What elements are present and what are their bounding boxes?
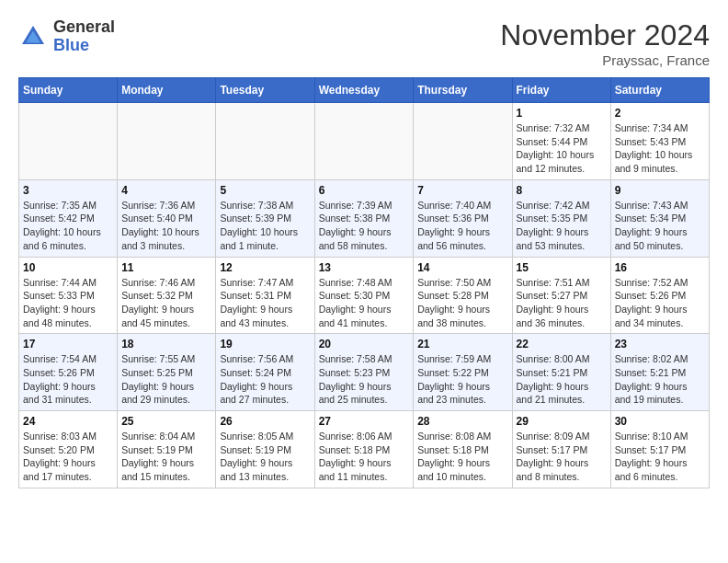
day-detail: Sunrise: 8:02 AM Sunset: 5:21 PM Dayligh… bbox=[615, 352, 705, 407]
day-detail: Sunrise: 7:55 AM Sunset: 5:25 PM Dayligh… bbox=[121, 352, 211, 407]
calendar-cell: 16Sunrise: 7:52 AM Sunset: 5:26 PM Dayli… bbox=[610, 257, 709, 334]
day-detail: Sunrise: 7:38 AM Sunset: 5:39 PM Dayligh… bbox=[220, 199, 310, 253]
day-number: 26 bbox=[220, 415, 310, 428]
day-detail: Sunrise: 8:09 AM Sunset: 5:17 PM Dayligh… bbox=[517, 430, 607, 484]
day-detail: Sunrise: 7:34 AM Sunset: 5:43 PM Dayligh… bbox=[615, 121, 705, 176]
day-number: 29 bbox=[517, 415, 607, 428]
day-number: 27 bbox=[319, 415, 410, 428]
day-detail: Sunrise: 8:06 AM Sunset: 5:18 PM Dayligh… bbox=[319, 430, 410, 484]
calendar-row: 17Sunrise: 7:54 AM Sunset: 5:26 PM Dayli… bbox=[19, 334, 710, 411]
day-number: 17 bbox=[23, 338, 113, 350]
day-detail: Sunrise: 7:36 AM Sunset: 5:40 PM Dayligh… bbox=[121, 199, 211, 253]
day-number: 1 bbox=[517, 107, 607, 120]
day-number: 22 bbox=[517, 338, 607, 350]
calendar-row: 3Sunrise: 7:35 AM Sunset: 5:42 PM Daylig… bbox=[19, 179, 710, 257]
day-number: 21 bbox=[417, 338, 507, 350]
day-number: 23 bbox=[615, 338, 705, 350]
day-detail: Sunrise: 8:05 AM Sunset: 5:19 PM Dayligh… bbox=[220, 430, 310, 484]
calendar-cell: 18Sunrise: 7:55 AM Sunset: 5:25 PM Dayli… bbox=[118, 334, 216, 411]
day-detail: Sunrise: 8:04 AM Sunset: 5:19 PM Dayligh… bbox=[121, 430, 211, 484]
day-number: 19 bbox=[220, 338, 310, 350]
day-detail: Sunrise: 7:47 AM Sunset: 5:31 PM Dayligh… bbox=[220, 276, 310, 330]
day-detail: Sunrise: 7:48 AM Sunset: 5:30 PM Dayligh… bbox=[319, 276, 410, 330]
calendar-cell bbox=[19, 103, 118, 180]
calendar-row: 1Sunrise: 7:32 AM Sunset: 5:44 PM Daylig… bbox=[19, 103, 710, 180]
calendar-cell: 13Sunrise: 7:48 AM Sunset: 5:30 PM Dayli… bbox=[314, 257, 414, 334]
day-header: Friday bbox=[512, 78, 610, 103]
calendar-cell: 10Sunrise: 7:44 AM Sunset: 5:33 PM Dayli… bbox=[19, 257, 118, 334]
day-number: 11 bbox=[121, 261, 211, 274]
calendar-cell: 6Sunrise: 7:39 AM Sunset: 5:38 PM Daylig… bbox=[314, 179, 414, 257]
calendar-cell: 26Sunrise: 8:05 AM Sunset: 5:19 PM Dayli… bbox=[216, 411, 314, 488]
calendar-cell: 1Sunrise: 7:32 AM Sunset: 5:44 PM Daylig… bbox=[512, 103, 610, 180]
day-number: 4 bbox=[121, 184, 211, 197]
day-detail: Sunrise: 7:54 AM Sunset: 5:26 PM Dayligh… bbox=[23, 352, 113, 407]
calendar-cell: 14Sunrise: 7:50 AM Sunset: 5:28 PM Dayli… bbox=[414, 257, 512, 334]
calendar-cell: 17Sunrise: 7:54 AM Sunset: 5:26 PM Dayli… bbox=[19, 334, 118, 411]
day-detail: Sunrise: 7:43 AM Sunset: 5:34 PM Dayligh… bbox=[615, 199, 705, 253]
day-number: 3 bbox=[23, 184, 113, 197]
calendar-cell: 12Sunrise: 7:47 AM Sunset: 5:31 PM Dayli… bbox=[216, 257, 314, 334]
calendar-cell: 24Sunrise: 8:03 AM Sunset: 5:20 PM Dayli… bbox=[19, 411, 118, 488]
day-number: 8 bbox=[517, 184, 607, 197]
day-number: 25 bbox=[121, 415, 211, 428]
calendar-header-row: SundayMondayTuesdayWednesdayThursdayFrid… bbox=[19, 78, 710, 103]
calendar-cell: 7Sunrise: 7:40 AM Sunset: 5:36 PM Daylig… bbox=[414, 179, 512, 257]
day-header: Tuesday bbox=[216, 78, 314, 103]
logo-general: General bbox=[53, 18, 115, 37]
calendar-cell: 8Sunrise: 7:42 AM Sunset: 5:35 PM Daylig… bbox=[512, 179, 610, 257]
day-header: Monday bbox=[118, 78, 216, 103]
month-title: November 2024 bbox=[500, 18, 710, 52]
calendar-cell: 30Sunrise: 8:10 AM Sunset: 5:17 PM Dayli… bbox=[610, 411, 709, 488]
calendar-cell: 23Sunrise: 8:02 AM Sunset: 5:21 PM Dayli… bbox=[610, 334, 709, 411]
calendar-cell: 25Sunrise: 8:04 AM Sunset: 5:19 PM Dayli… bbox=[118, 411, 216, 488]
calendar-cell bbox=[414, 103, 512, 180]
calendar-cell bbox=[216, 103, 314, 180]
calendar-cell: 28Sunrise: 8:08 AM Sunset: 5:18 PM Dayli… bbox=[414, 411, 512, 488]
calendar-cell: 2Sunrise: 7:34 AM Sunset: 5:43 PM Daylig… bbox=[610, 103, 709, 180]
day-number: 18 bbox=[121, 338, 211, 350]
title-area: November 2024 Prayssac, France bbox=[500, 18, 710, 68]
day-detail: Sunrise: 7:50 AM Sunset: 5:28 PM Dayligh… bbox=[417, 276, 507, 330]
logo-blue: Blue bbox=[53, 37, 115, 55]
day-detail: Sunrise: 7:52 AM Sunset: 5:26 PM Dayligh… bbox=[615, 276, 705, 330]
day-detail: Sunrise: 7:59 AM Sunset: 5:22 PM Dayligh… bbox=[417, 352, 507, 407]
day-number: 7 bbox=[417, 184, 507, 197]
day-number: 5 bbox=[220, 184, 310, 197]
day-header: Saturday bbox=[610, 78, 709, 103]
day-detail: Sunrise: 7:46 AM Sunset: 5:32 PM Dayligh… bbox=[121, 276, 211, 330]
calendar-cell: 27Sunrise: 8:06 AM Sunset: 5:18 PM Dayli… bbox=[314, 411, 414, 488]
day-number: 15 bbox=[517, 261, 607, 274]
day-detail: Sunrise: 7:58 AM Sunset: 5:23 PM Dayligh… bbox=[319, 352, 410, 407]
day-number: 12 bbox=[220, 261, 310, 274]
day-number: 6 bbox=[319, 184, 410, 197]
calendar-cell bbox=[314, 103, 414, 180]
calendar-cell: 19Sunrise: 7:56 AM Sunset: 5:24 PM Dayli… bbox=[216, 334, 314, 411]
day-header: Sunday bbox=[19, 78, 118, 103]
day-detail: Sunrise: 7:35 AM Sunset: 5:42 PM Dayligh… bbox=[23, 199, 113, 253]
calendar-cell: 11Sunrise: 7:46 AM Sunset: 5:32 PM Dayli… bbox=[118, 257, 216, 334]
calendar-cell: 21Sunrise: 7:59 AM Sunset: 5:22 PM Dayli… bbox=[414, 334, 512, 411]
calendar-cell: 20Sunrise: 7:58 AM Sunset: 5:23 PM Dayli… bbox=[314, 334, 414, 411]
location: Prayssac, France bbox=[500, 52, 710, 68]
day-detail: Sunrise: 7:42 AM Sunset: 5:35 PM Dayligh… bbox=[517, 199, 607, 253]
day-number: 16 bbox=[615, 261, 705, 274]
day-detail: Sunrise: 7:51 AM Sunset: 5:27 PM Dayligh… bbox=[517, 276, 607, 330]
logo-icon bbox=[18, 22, 48, 52]
logo: General Blue bbox=[18, 18, 115, 55]
day-detail: Sunrise: 7:40 AM Sunset: 5:36 PM Dayligh… bbox=[417, 199, 507, 253]
day-number: 30 bbox=[615, 415, 705, 428]
day-detail: Sunrise: 8:10 AM Sunset: 5:17 PM Dayligh… bbox=[615, 430, 705, 484]
day-number: 20 bbox=[319, 338, 410, 350]
day-number: 13 bbox=[319, 261, 410, 274]
day-header: Wednesday bbox=[314, 78, 414, 103]
day-detail: Sunrise: 7:44 AM Sunset: 5:33 PM Dayligh… bbox=[23, 276, 113, 330]
calendar: SundayMondayTuesdayWednesdayThursdayFrid… bbox=[18, 77, 710, 488]
calendar-cell: 15Sunrise: 7:51 AM Sunset: 5:27 PM Dayli… bbox=[512, 257, 610, 334]
day-number: 24 bbox=[23, 415, 113, 428]
day-number: 28 bbox=[417, 415, 507, 428]
calendar-cell: 29Sunrise: 8:09 AM Sunset: 5:17 PM Dayli… bbox=[512, 411, 610, 488]
calendar-cell: 9Sunrise: 7:43 AM Sunset: 5:34 PM Daylig… bbox=[610, 179, 709, 257]
calendar-row: 24Sunrise: 8:03 AM Sunset: 5:20 PM Dayli… bbox=[19, 411, 710, 488]
day-number: 9 bbox=[615, 184, 705, 197]
